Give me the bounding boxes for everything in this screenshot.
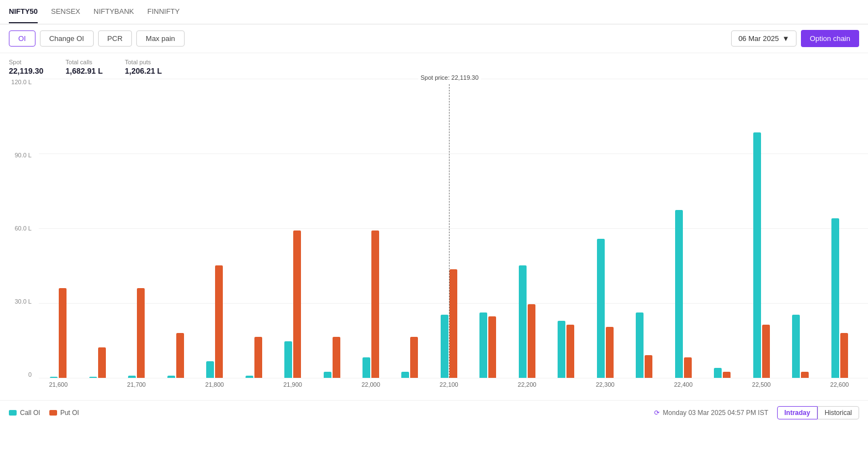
nav-tab-finnifty[interactable]: FINNIFTY [147,1,180,23]
bars-container [39,79,859,378]
bar-group-5 [234,337,273,378]
x-label-6: 21,900 [273,381,312,388]
put-bar-18 [762,325,770,378]
y-axis: 120.0 L90.0 L60.0 L30.0 L0 [0,79,36,378]
x-label-16: 22,400 [664,381,703,388]
nav-tab-niftybank[interactable]: NIFTYBANK [94,1,134,23]
put-bar-7 [333,337,340,378]
nav-tab-sensex[interactable]: SENSEX [51,1,80,23]
call-bar-7 [324,372,331,378]
x-axis: 21,60021,70021,80021,90022,00022,10022,2… [39,378,859,400]
y-label-2: 60.0 L [0,225,36,232]
toolbar: OIChange OIPCRMax pain 06 Mar 2025 ▼ Opt… [0,24,868,53]
call-legend-label: Call OI [20,409,40,417]
date-value: 06 Mar 2025 [738,34,779,43]
nav-tab-nifty50[interactable]: NIFTY50 [9,1,38,23]
put-bar-0 [59,288,67,378]
bar-group-14 [586,239,625,378]
bar-group-10 [430,269,468,378]
call-bar-15 [636,312,644,378]
bar-group-9 [390,337,429,378]
total-puts-label: Total puts [125,59,162,65]
call-bar-13 [558,321,565,378]
historical-button[interactable]: Historical [818,406,859,419]
bar-group-11 [468,312,507,378]
bar-group-2 [117,288,156,378]
put-bar-19 [801,372,809,378]
put-bar-11 [488,316,496,378]
btn-change-oi[interactable]: Change OI [40,30,94,47]
call-bar-19 [792,315,800,378]
call-bar-8 [362,357,370,378]
spot-value: 22,119.30 [9,66,43,75]
x-label-4: 21,800 [195,381,234,388]
btn-max-pain[interactable]: Max pain [136,30,185,47]
x-label-10: 22,100 [430,381,468,388]
put-bar-17 [723,372,731,378]
chart-area: 120.0 L90.0 L60.0 L30.0 L0 Spot price: 2… [0,79,868,400]
spot-label: Spot [9,59,43,65]
call-bar-11 [479,312,487,378]
call-bar-9 [401,372,409,378]
call-bar-10 [441,315,448,378]
put-bar-16 [684,357,692,378]
put-bar-3 [176,333,184,378]
x-label-18: 22,500 [742,381,780,388]
call-bar-4 [206,361,214,378]
x-label-8: 22,000 [351,381,390,388]
y-label-3: 30.0 L [0,298,36,305]
y-label-0: 120.0 L [0,79,36,85]
view-buttons: OIChange OIPCRMax pain [9,30,185,47]
put-bar-9 [410,337,418,378]
total-puts-stat: Total puts 1,206.21 L [125,59,162,75]
intraday-button[interactable]: Intraday [777,406,818,419]
bar-group-6 [273,230,312,378]
refresh-info: ⟳ Monday 03 Mar 2025 04:57 PM IST [654,409,768,417]
put-bar-6 [293,230,301,378]
spot-stat: Spot 22,119.30 [9,59,43,75]
x-label-20: 22,600 [820,381,859,388]
chevron-down-icon: ▼ [782,34,789,43]
stats-row: Spot 22,119.30 Total calls 1,682.91 L To… [0,53,868,79]
total-calls-stat: Total calls 1,682.91 L [65,59,103,75]
date-picker[interactable]: 06 Mar 2025 ▼ [731,30,796,47]
btn-pcr[interactable]: PCR [98,30,132,47]
put-legend-color [49,410,57,416]
y-label-4: 0 [0,371,36,378]
put-bar-12 [528,304,535,378]
put-bar-15 [645,355,652,378]
intraday-historical: Intraday Historical [777,406,859,419]
y-label-1: 90.0 L [0,152,36,158]
put-bar-4 [215,265,223,378]
call-bar-16 [675,210,683,378]
bar-group-1 [78,347,116,378]
bar-group-8 [351,230,390,378]
bar-group-4 [195,265,234,378]
put-legend-label: Put OI [60,409,79,417]
call-bar-20 [831,218,839,378]
bar-group-3 [156,333,195,378]
bar-group-0 [39,288,78,378]
call-bar-18 [753,132,761,378]
bar-group-18 [742,132,780,378]
option-chain-button[interactable]: Option chain [801,30,859,47]
btn-oi[interactable]: OI [9,30,35,47]
put-bar-1 [98,347,106,378]
x-label-0: 21,600 [39,381,78,388]
bar-group-20 [820,218,859,378]
call-legend: Call OI [9,409,40,417]
legend: Call OI Put OI ⟳ Monday 03 Mar 2025 04:5… [0,400,868,425]
x-label-14: 22,300 [586,381,625,388]
total-calls-value: 1,682.91 L [65,66,103,75]
put-bar-10 [450,269,457,378]
refresh-time: Monday 03 Mar 2025 04:57 PM IST [663,409,768,417]
total-puts-value: 1,206.21 L [125,66,162,75]
put-bar-8 [371,230,379,378]
bar-group-15 [625,312,663,378]
put-bar-14 [606,327,614,378]
put-legend: Put OI [49,409,79,417]
call-bar-17 [714,368,722,378]
bar-group-12 [508,265,547,378]
put-bar-5 [254,337,262,378]
refresh-icon[interactable]: ⟳ [654,409,660,417]
